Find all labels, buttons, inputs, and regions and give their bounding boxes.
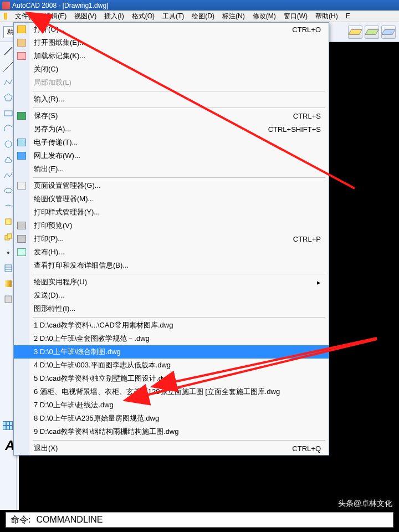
- table-tool[interactable]: [3, 421, 13, 430]
- menu-draw-utils[interactable]: 绘图实用程序(U)▸: [14, 275, 329, 289]
- svg-rect-13: [5, 280, 12, 287]
- save-icon: [17, 112, 26, 120]
- line-tool[interactable]: [3, 45, 14, 57]
- file-dropdown-menu: 打开(O)...CTRL+O 打开图纸集(E)... 加载标记集(K)... 关…: [13, 22, 329, 456]
- xline-tool[interactable]: [3, 61, 14, 72]
- menu-drawing-props[interactable]: 图形特性(I)...: [14, 302, 329, 315]
- menu-import[interactable]: 输入(R)...: [14, 93, 329, 106]
- svg-rect-10: [5, 265, 12, 272]
- title-bar: AutoCAD 2008 - [Drawing1.dwg]: [0, 0, 399, 11]
- svg-point-4: [5, 141, 12, 147]
- make-block-tool[interactable]: [3, 232, 14, 243]
- menu-export[interactable]: 输出(E)...: [14, 162, 329, 176]
- recent-file-4[interactable]: 4 D:\0上午班\003.平面图李志从低版本.dwg: [14, 359, 329, 372]
- svg-point-5: [4, 188, 12, 193]
- menu-open[interactable]: 打开(O)...CTRL+O: [14, 23, 329, 36]
- menu-publish-details[interactable]: 查看打印和发布详细信息(B)...: [14, 259, 329, 272]
- gradient-tool[interactable]: [3, 278, 14, 289]
- recent-file-3[interactable]: 3 D:\0上午班\综合制图.dwg: [14, 345, 329, 359]
- menu-format[interactable]: 格式(O): [128, 11, 158, 22]
- menu-open-sheet[interactable]: 打开图纸集(E)...: [14, 36, 329, 49]
- menu-extra[interactable]: E: [342, 11, 354, 22]
- globe-icon: [17, 152, 26, 160]
- svg-point-9: [7, 252, 9, 254]
- menu-file[interactable]: 文件(F): [11, 11, 40, 22]
- polyline-tool[interactable]: [3, 76, 14, 88]
- menu-load-markup[interactable]: 加载标记集(K)...: [14, 49, 329, 63]
- menu-help[interactable]: 帮助(H): [311, 11, 342, 22]
- menu-modify[interactable]: 修改(M): [249, 11, 280, 22]
- menu-send[interactable]: 发送(D)...: [14, 289, 329, 302]
- ellipse-arc-tool[interactable]: [3, 201, 14, 212]
- menu-plotter-mgr[interactable]: 绘图仪管理器(M)...: [14, 192, 329, 206]
- menu-plotstyle-mgr[interactable]: 打印样式管理器(Y)...: [14, 206, 329, 219]
- menu-print-preview[interactable]: 打印预览(V): [14, 219, 329, 232]
- polygon-tool[interactable]: [3, 92, 14, 103]
- layer-tool-3[interactable]: [381, 25, 396, 39]
- arc-tool[interactable]: [3, 123, 14, 134]
- app-icon: [2, 2, 10, 9]
- layers-icon: [348, 29, 362, 35]
- command-line[interactable]: 命令: COMMANDLINE: [6, 512, 393, 528]
- svg-rect-6: [6, 219, 11, 224]
- menu-etransmit[interactable]: 电子传递(T)...: [14, 136, 329, 149]
- menu-bar: 文件(F) 编辑(E) 视图(V) 插入(I) 格式(O) 工具(T) 绘图(D…: [0, 11, 399, 22]
- menu-publish[interactable]: 发布(H)...: [14, 245, 329, 259]
- markup-icon: [17, 52, 26, 60]
- layer-tool-2[interactable]: [365, 25, 379, 39]
- recent-file-9[interactable]: 9 D:\cad教学资料\钢结构雨棚结构施工图.dwg: [14, 425, 329, 438]
- menu-dimension[interactable]: 标注(N): [218, 11, 249, 22]
- svg-line-1: [3, 62, 13, 71]
- layer-tool-1[interactable]: [348, 25, 362, 39]
- region-tool[interactable]: [3, 294, 14, 305]
- folder-icon: [4, 13, 7, 19]
- menu-close[interactable]: 关闭(C): [14, 63, 329, 76]
- recent-file-6[interactable]: 6 酒柜、电视背景墙、衣柜、玄关等120张立面施工图 [立面全套施工图库.dwg: [14, 385, 329, 398]
- menu-page-setup[interactable]: 页面设置管理器(G)...: [14, 179, 329, 192]
- spline-tool[interactable]: [3, 170, 14, 181]
- menu-insert[interactable]: 插入(I): [100, 11, 127, 22]
- menu-tools[interactable]: 工具(T): [158, 11, 188, 22]
- printer-icon: [17, 235, 26, 243]
- window-title: AutoCAD 2008 - [Drawing1.dwg]: [12, 2, 108, 9]
- recent-file-5[interactable]: 5 D:\cad教学资料\独立别墅施工图设计.dwg: [14, 372, 329, 385]
- etransmit-icon: [17, 139, 26, 146]
- svg-rect-14: [5, 296, 12, 303]
- menu-draw[interactable]: 绘图(D): [188, 11, 218, 22]
- menu-exit[interactable]: 退出(X)CTRL+Q: [14, 442, 329, 455]
- ellipse-tool[interactable]: [3, 185, 14, 196]
- insert-block-tool[interactable]: [3, 216, 14, 227]
- svg-rect-8: [7, 234, 12, 238]
- command-value: COMMANDLINE: [36, 515, 103, 525]
- menu-saveas[interactable]: 另存为(A)...CTRL+SHIFT+S: [14, 122, 329, 136]
- point-tool[interactable]: [3, 247, 14, 258]
- menu-print[interactable]: 打印(P)...CTRL+P: [14, 232, 329, 245]
- recent-file-7[interactable]: 7 D:\0上午班\赶线法.dwg: [14, 398, 329, 412]
- watermark: 头条@卓林文化: [338, 499, 392, 509]
- layers-icon: [381, 29, 396, 35]
- menu-view[interactable]: 视图(V): [70, 11, 100, 22]
- app-menu-icon[interactable]: [0, 11, 11, 22]
- menu-webpub[interactable]: 网上发布(W)...: [14, 149, 329, 162]
- publish-icon: [17, 248, 26, 256]
- svg-marker-2: [4, 94, 12, 101]
- preview-icon: [17, 222, 26, 229]
- svg-rect-3: [4, 111, 12, 116]
- circle-tool[interactable]: [3, 139, 14, 150]
- svg-line-0: [4, 47, 12, 55]
- hatch-tool[interactable]: [3, 263, 14, 274]
- menu-window[interactable]: 窗口(W): [280, 11, 311, 22]
- menu-save[interactable]: 保存(S)CTRL+S: [14, 109, 329, 122]
- recent-file-2[interactable]: 2 D:\0上午班\全套图教学规范－.dwg: [14, 332, 329, 345]
- rectangle-tool[interactable]: [3, 108, 14, 119]
- menu-partial-load: 局部加载(L): [14, 76, 329, 89]
- recent-file-1[interactable]: 1 D:\cad教学资料\...\CAD常用素材图库.dwg: [14, 319, 329, 332]
- revcloud-tool[interactable]: [3, 154, 14, 165]
- sheet-icon: [17, 39, 26, 47]
- open-icon: [17, 25, 26, 33]
- command-label: 命令:: [11, 514, 30, 526]
- recent-file-8[interactable]: 8 D:\0上午班\A235原始量房图规范.dwg: [14, 412, 329, 425]
- layers-icon: [365, 29, 379, 35]
- page-icon: [17, 182, 26, 190]
- menu-edit[interactable]: 编辑(E): [40, 11, 70, 22]
